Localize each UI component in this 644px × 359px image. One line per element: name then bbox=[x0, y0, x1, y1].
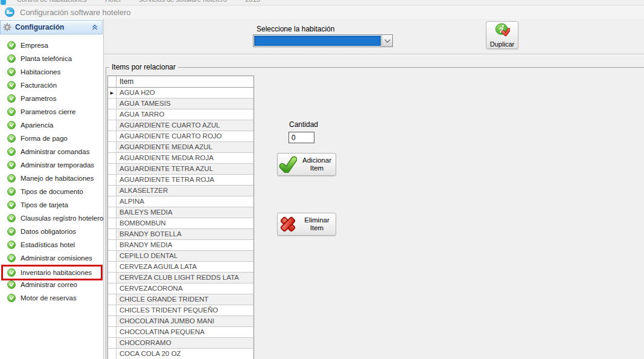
item-row[interactable]: CHOCOLATINA JUMBO MANI bbox=[108, 316, 253, 327]
row-selector-cell[interactable] bbox=[108, 305, 116, 315]
row-selector-cell[interactable] bbox=[108, 338, 116, 348]
room-selector-panel: Seleccione la habitación bbox=[104, 19, 644, 54]
grid-body: ▶AGUA H2OAGUA TAMESISAGUA TARROAGUARDIEN… bbox=[108, 88, 253, 359]
row-selector-cell[interactable] bbox=[108, 142, 116, 152]
item-row[interactable]: ▶AGUA H2O bbox=[108, 88, 253, 99]
sidebar-header: Configuración bbox=[0, 20, 103, 34]
sidebar-item-forma-de-pago[interactable]: Forma de pago bbox=[2, 132, 101, 145]
row-selector-marker-icon[interactable]: ▶ bbox=[108, 88, 116, 98]
duplicate-button[interactable]: Duplicar bbox=[486, 21, 518, 49]
row-selector-cell[interactable] bbox=[108, 349, 116, 359]
room-selector-selection[interactable] bbox=[254, 36, 381, 46]
sidebar-item-label: Administrar comandas bbox=[21, 148, 89, 155]
check-circle-icon bbox=[7, 174, 16, 183]
collapse-chevron-icon[interactable] bbox=[90, 22, 100, 32]
item-row[interactable]: AGUA TARRO bbox=[108, 109, 253, 120]
row-selector-cell[interactable] bbox=[108, 240, 116, 250]
item-row[interactable]: AGUARDIENTE MEDIA AZUL bbox=[108, 142, 253, 153]
item-row[interactable]: AGUARDIENTE TETRA ROJA bbox=[108, 175, 253, 186]
configuration-window: Control de habitaciones Hotel servicios … bbox=[0, 0, 644, 359]
sidebar-item-estad-sticas-hotel[interactable]: Estadísticas hotel bbox=[2, 238, 101, 251]
add-item-button[interactable]: AdicionarItem bbox=[277, 153, 336, 176]
sidebar-item-administrar-correo[interactable]: Administrar correo bbox=[2, 278, 101, 291]
sidebar-item-parametros-cierre[interactable]: Parametros cierre bbox=[2, 105, 101, 118]
row-selector-cell[interactable] bbox=[108, 294, 116, 305]
item-row[interactable]: COCA COLA 20 OZ bbox=[108, 349, 253, 359]
item-row[interactable]: BRANDY BOTELLA bbox=[108, 229, 253, 240]
row-selector-cell[interactable] bbox=[108, 327, 116, 337]
item-row[interactable]: CERVEZA CLUB LIGHT REDDS LATA bbox=[108, 273, 253, 283]
item-row[interactable]: CERVEZA AGUILA LATA bbox=[108, 262, 253, 273]
sidebar-item-label: Motor de reservas bbox=[21, 294, 77, 302]
item-name: AGUARDIENTE MEDIA ROJA bbox=[116, 153, 253, 163]
background-window-title: Control de habitaciones Hotel servicios … bbox=[17, 0, 644, 3]
item-row[interactable]: AGUARDIENTE CUARTO ROJO bbox=[108, 131, 253, 142]
row-selector-cell[interactable] bbox=[108, 207, 116, 218]
row-selector-cell[interactable] bbox=[108, 99, 116, 109]
sidebar-item-empresa[interactable]: Empresa bbox=[2, 39, 101, 52]
sidebar-item-habitaciones[interactable]: Habitaciones bbox=[2, 65, 101, 79]
sidebar-item-tipos-de-documento[interactable]: Tipos de documento bbox=[2, 185, 101, 198]
sidebar-item-administrar-comisiones[interactable]: Administrar comisiones bbox=[2, 251, 101, 265]
room-selector-label: Seleccione la habitación bbox=[257, 25, 334, 33]
row-selector-cell[interactable] bbox=[108, 196, 116, 207]
item-row[interactable]: CHICLE GRANDE TRIDENT bbox=[108, 294, 253, 305]
row-selector-cell[interactable] bbox=[108, 273, 116, 283]
row-selector-cell[interactable] bbox=[108, 164, 116, 174]
row-selector-cell[interactable] bbox=[108, 175, 116, 185]
sidebar-item-datos-obligatorios[interactable]: Datos obligatorios bbox=[2, 225, 101, 238]
sidebar-item-planta-telef-nica[interactable]: Planta telefónica bbox=[2, 52, 101, 65]
row-selector-cell[interactable] bbox=[108, 153, 116, 163]
sidebar-item-label: Parametros cierre bbox=[21, 108, 75, 115]
row-selector-cell[interactable] bbox=[108, 262, 116, 272]
item-row[interactable]: CHICLES TRIDENT PEQUEÑO bbox=[108, 305, 253, 316]
row-selector-cell[interactable] bbox=[108, 218, 116, 228]
sidebar-item-facturaci-n[interactable]: Facturación bbox=[2, 79, 101, 92]
check-circle-icon bbox=[7, 147, 16, 156]
combobox-dropdown-button[interactable] bbox=[381, 35, 392, 47]
sidebar-item-tipos-de-tarjeta[interactable]: Tipos de tarjeta bbox=[2, 198, 101, 212]
item-row[interactable]: CERVEZACORONA bbox=[108, 283, 253, 294]
sidebar-item-administrar-comandas[interactable]: Administrar comandas bbox=[2, 145, 101, 158]
duplicate-button-label: Duplicar bbox=[490, 40, 514, 48]
item-row[interactable]: BOMBOMBUN bbox=[108, 218, 253, 229]
sidebar-item-label: Administrar temporadas bbox=[21, 161, 94, 169]
item-row[interactable]: CHOCOLATINA PEQUENA bbox=[108, 327, 253, 338]
item-row[interactable]: AGUA TAMESIS bbox=[108, 99, 253, 109]
sidebar-item-motor-de-reservas[interactable]: Motor de reservas bbox=[2, 291, 101, 305]
item-name: CERVEZACORONA bbox=[116, 283, 253, 294]
sidebar-item-label: Facturación bbox=[21, 82, 57, 89]
item-row[interactable]: ALPINA bbox=[108, 196, 253, 207]
row-selector-cell[interactable] bbox=[108, 251, 116, 261]
check-icon bbox=[278, 156, 298, 173]
room-selector-combobox[interactable] bbox=[253, 34, 393, 47]
row-selector-cell[interactable] bbox=[108, 283, 116, 294]
titlebar: Configuración software hotelero bbox=[0, 5, 644, 19]
row-selector-cell[interactable] bbox=[108, 131, 116, 141]
sidebar-item-label: Administrar comisiones bbox=[21, 254, 92, 262]
item-row[interactable]: AGUARDIENTE MEDIA ROJA bbox=[108, 153, 253, 164]
grid-column-header[interactable]: Item bbox=[116, 76, 253, 87]
item-row[interactable]: CEPILLO DENTAL bbox=[108, 251, 253, 262]
row-selector-cell[interactable] bbox=[108, 109, 116, 120]
item-row[interactable]: AGUARDIENTE TETRA AZUL bbox=[108, 164, 253, 175]
sidebar-item-manejo-de-habitaciones[interactable]: Manejo de habitaciones bbox=[2, 172, 101, 185]
item-row[interactable]: ALKASELTZER bbox=[108, 186, 253, 196]
sidebar-item-clausulas-reg-stro-hotelero[interactable]: Clausulas regístro hotelero bbox=[2, 212, 101, 225]
sidebar-item-administrar-temporadas[interactable]: Administrar temporadas bbox=[2, 158, 101, 172]
item-row[interactable]: AGUARDIENTE CUARTO AZUL bbox=[108, 120, 253, 131]
quantity-input[interactable] bbox=[289, 132, 314, 143]
item-row[interactable]: BAILEYS MEDIA bbox=[108, 207, 253, 218]
item-row[interactable]: BRANDY MEDIA bbox=[108, 240, 253, 251]
row-selector-cell[interactable] bbox=[108, 229, 116, 239]
gear-icon bbox=[2, 22, 12, 32]
check-circle-icon bbox=[7, 94, 16, 103]
item-row[interactable]: CHOCORRAMO bbox=[108, 338, 253, 349]
sidebar-item-apariencia[interactable]: Apariencia bbox=[2, 118, 101, 132]
row-selector-cell[interactable] bbox=[108, 316, 116, 326]
row-selector-cell[interactable] bbox=[108, 186, 116, 196]
hotel-app-icon bbox=[5, 7, 14, 17]
sidebar-item-parametros[interactable]: Parametros bbox=[2, 92, 101, 105]
delete-item-button[interactable]: EliminarItem bbox=[277, 213, 336, 236]
row-selector-cell[interactable] bbox=[108, 120, 116, 131]
